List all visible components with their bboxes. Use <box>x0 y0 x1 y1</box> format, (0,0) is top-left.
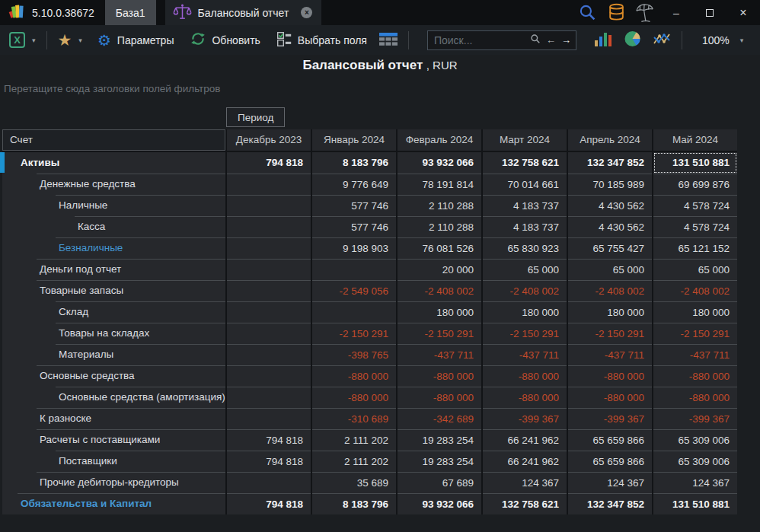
row-header-cell[interactable]: Расчеты с поставщиками <box>2 429 225 451</box>
value-cell[interactable]: -2 150 291 <box>483 323 567 344</box>
row-header-cell[interactable]: Склад <box>2 301 225 323</box>
excel-export-icon[interactable]: X <box>9 32 25 48</box>
value-cell[interactable]: -437 711 <box>483 344 567 365</box>
row-header-cell[interactable]: Товарные запасы <box>2 280 225 301</box>
gear-icon[interactable]: ⚙ <box>97 33 111 48</box>
value-cell[interactable]: 132 758 621 <box>483 152 567 174</box>
value-cell[interactable] <box>227 408 311 429</box>
star-dropdown-caret-icon[interactable]: ▾ <box>78 37 82 44</box>
value-cell[interactable]: -880 000 <box>568 387 652 408</box>
value-cell[interactable]: 124 367 <box>568 472 652 493</box>
value-cell[interactable]: -342 689 <box>398 408 481 429</box>
value-cell[interactable]: -2 150 291 <box>398 323 481 344</box>
value-cell[interactable]: -880 000 <box>483 365 567 387</box>
row-header-cell[interactable]: Прочие дебиторы-кредиторы <box>2 472 225 493</box>
value-cell[interactable]: -2 408 002 <box>653 280 737 301</box>
choose-fields-button[interactable]: Выбрать поля <box>298 34 367 46</box>
value-cell[interactable] <box>227 472 311 493</box>
value-cell[interactable]: 35 689 <box>312 472 396 493</box>
value-cell[interactable]: 131 510 881 <box>653 152 737 174</box>
period-field-button[interactable]: Период <box>226 107 285 127</box>
filter-drop-area[interactable]: Перетащите сюда заголовки полей фильтров <box>4 83 221 94</box>
minimize-button[interactable]: – <box>659 0 693 25</box>
value-cell[interactable]: 2 110 288 <box>398 216 481 237</box>
value-cell[interactable]: 8 183 796 <box>312 152 396 174</box>
row-header-cell[interactable]: Обязательства и Капитал <box>2 493 225 514</box>
close-button[interactable]: × <box>726 0 760 25</box>
refresh-icon[interactable] <box>190 31 206 49</box>
value-cell[interactable]: 9 198 903 <box>312 237 396 259</box>
search-prev-icon[interactable]: ← <box>546 34 556 46</box>
value-cell[interactable] <box>227 174 311 195</box>
value-cell[interactable]: 794 818 <box>227 493 311 514</box>
value-cell[interactable]: -398 765 <box>312 344 396 365</box>
value-cell[interactable]: 794 818 <box>227 152 311 174</box>
zoom-level[interactable]: 100% <box>702 34 730 46</box>
value-cell[interactable]: -880 000 <box>568 365 652 387</box>
value-cell[interactable]: 124 367 <box>483 472 567 493</box>
tab-close-icon[interactable]: × <box>301 7 312 18</box>
search-icon[interactable] <box>530 33 541 46</box>
column-header[interactable]: Март 2024 <box>483 129 567 151</box>
value-cell[interactable]: -880 000 <box>653 365 737 387</box>
search-input[interactable] <box>434 34 530 46</box>
value-cell[interactable]: 19 283 254 <box>398 429 481 451</box>
value-cell[interactable] <box>227 301 311 323</box>
pie-chart-icon[interactable] <box>624 30 642 50</box>
value-cell[interactable]: 4 430 562 <box>568 216 652 237</box>
parameters-button[interactable]: Параметры <box>117 34 174 46</box>
value-cell[interactable]: -2 408 002 <box>568 280 652 301</box>
value-cell[interactable]: 2 111 202 <box>312 429 396 451</box>
value-cell[interactable]: 65 830 923 <box>483 237 567 259</box>
value-cell[interactable]: 65 121 152 <box>653 237 737 259</box>
value-cell[interactable]: 8 183 796 <box>312 493 396 514</box>
maximize-button[interactable] <box>693 0 726 25</box>
global-search-icon[interactable] <box>573 0 602 25</box>
value-cell[interactable]: 132 758 621 <box>483 493 567 514</box>
column-header[interactable]: Май 2024 <box>653 129 737 151</box>
value-cell[interactable]: 66 241 962 <box>483 429 567 451</box>
row-header-cell[interactable]: Касса <box>2 216 225 237</box>
value-cell[interactable]: 132 347 852 <box>568 493 652 514</box>
value-cell[interactable]: -2 549 056 <box>312 280 396 301</box>
value-cell[interactable]: 180 000 <box>568 301 652 323</box>
value-cell[interactable]: -880 000 <box>398 365 481 387</box>
value-cell[interactable]: -437 711 <box>398 344 481 365</box>
value-cell[interactable] <box>312 301 396 323</box>
row-header-cell[interactable]: Денежные средства <box>2 174 225 195</box>
value-cell[interactable]: 65 000 <box>483 259 567 280</box>
value-cell[interactable] <box>227 323 311 344</box>
value-cell[interactable] <box>312 259 396 280</box>
favorites-star-icon[interactable]: ★ <box>58 32 72 48</box>
value-cell[interactable]: 93 932 066 <box>398 152 481 174</box>
column-header[interactable]: Январь 2024 <box>312 129 396 151</box>
value-cell[interactable]: -437 711 <box>568 344 652 365</box>
refresh-button[interactable]: Обновить <box>212 34 260 46</box>
database-icon[interactable] <box>602 0 631 25</box>
value-cell[interactable]: 76 081 526 <box>398 237 481 259</box>
search-next-icon[interactable]: → <box>561 34 571 46</box>
value-cell[interactable]: 70 014 661 <box>483 174 567 195</box>
row-header-cell[interactable]: К разноске <box>2 408 225 429</box>
value-cell[interactable]: -2 408 002 <box>398 280 481 301</box>
value-cell[interactable]: -880 000 <box>483 387 567 408</box>
value-cell[interactable]: 65 309 006 <box>653 429 737 451</box>
value-cell[interactable]: 65 000 <box>653 259 737 280</box>
value-cell[interactable]: 180 000 <box>483 301 567 323</box>
value-cell[interactable]: 4 578 724 <box>653 195 737 216</box>
value-cell[interactable]: 794 818 <box>227 451 311 472</box>
value-cell[interactable]: 20 000 <box>398 259 481 280</box>
value-cell[interactable]: 4 183 737 <box>483 195 567 216</box>
value-cell[interactable]: -399 367 <box>653 408 737 429</box>
row-header-cell[interactable]: Товары на складах <box>2 323 225 344</box>
value-cell[interactable] <box>227 259 311 280</box>
value-cell[interactable]: 78 191 814 <box>398 174 481 195</box>
value-cell[interactable]: 2 110 288 <box>398 195 481 216</box>
value-cell[interactable]: 577 746 <box>312 195 396 216</box>
line-chart-icon[interactable] <box>653 31 671 49</box>
value-cell[interactable] <box>227 387 311 408</box>
value-cell[interactable]: 69 699 876 <box>653 174 737 195</box>
value-cell[interactable]: 9 776 649 <box>312 174 396 195</box>
value-cell[interactable] <box>227 195 311 216</box>
value-cell[interactable]: 794 818 <box>227 429 311 451</box>
